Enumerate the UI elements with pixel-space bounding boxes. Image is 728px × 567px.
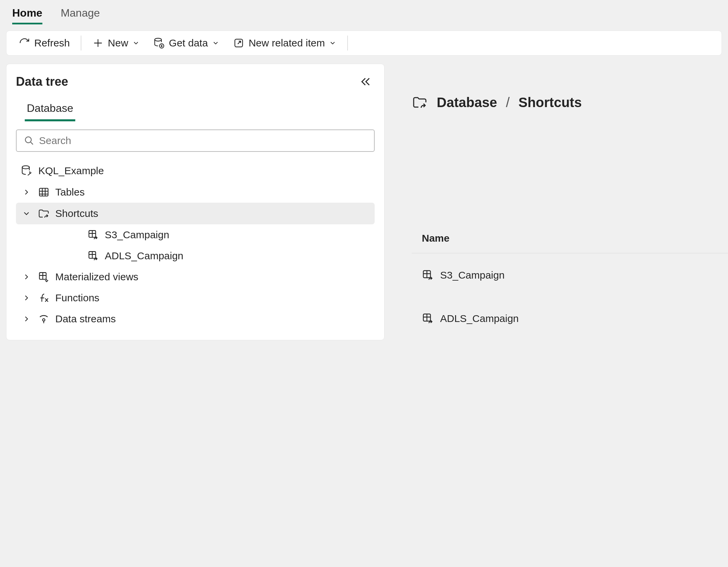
table-shortcut-icon — [87, 250, 99, 262]
nav-tab-manage[interactable]: Manage — [61, 7, 100, 23]
refresh-button[interactable]: Refresh — [16, 36, 73, 50]
refresh-icon — [19, 37, 30, 49]
tree-node-tables[interactable]: Tables — [16, 182, 375, 203]
nav-tab-home[interactable]: Home — [12, 7, 42, 24]
tree-node-label: Tables — [55, 186, 85, 198]
chevron-down-icon — [212, 39, 219, 47]
svg-rect-5 — [39, 188, 48, 196]
tree-node-label: Functions — [55, 292, 99, 304]
database-shortcut-icon — [21, 165, 33, 177]
table-shortcut-icon — [422, 269, 434, 281]
tree-leaf-label: S3_Campaign — [105, 229, 169, 241]
list-item-label: ADLS_Campaign — [440, 313, 519, 324]
list-item[interactable]: ADLS_Campaign — [412, 297, 728, 340]
tree-node-shortcuts[interactable]: Shortcuts — [16, 203, 375, 224]
new-button[interactable]: New — [90, 36, 142, 50]
svg-point-0 — [155, 38, 161, 41]
getdata-label: Get data — [169, 37, 208, 49]
tree-leaf-shortcut[interactable]: ADLS_Campaign — [16, 245, 375, 266]
folder-shortcut-icon — [38, 207, 50, 220]
collapse-panel-button[interactable] — [357, 73, 375, 90]
chevron-right-icon — [21, 293, 32, 302]
nav-tabs: Home Manage — [0, 0, 728, 24]
breadcrumb-item[interactable]: Database — [437, 95, 497, 110]
table-icon — [38, 186, 50, 198]
list-item[interactable]: S3_Campaign — [412, 254, 728, 297]
tree-root[interactable]: KQL_Example — [16, 160, 375, 182]
table-shortcut-icon — [87, 229, 99, 241]
tree-node-label: Shortcuts — [55, 208, 98, 219]
column-header-name[interactable]: Name — [412, 232, 728, 254]
svg-point-9 — [42, 319, 45, 321]
breadcrumb: Database / Shortcuts — [412, 94, 728, 110]
breadcrumb-item: Shortcuts — [518, 95, 582, 110]
folder-shortcut-icon — [412, 94, 428, 110]
newrelated-button[interactable]: New related item — [230, 36, 339, 50]
tree-leaf-shortcut[interactable]: S3_Campaign — [16, 224, 375, 245]
data-stream-icon — [38, 313, 50, 325]
chevron-double-left-icon — [359, 75, 373, 88]
chevron-right-icon — [21, 315, 32, 323]
tree: KQL_Example Tables — [16, 160, 375, 329]
content-pane: Database / Shortcuts Name S3_Campaign — [385, 64, 728, 340]
tree-node-datastreams[interactable]: Data streams — [16, 308, 375, 329]
svg-point-3 — [25, 137, 32, 143]
tree-node-matviews[interactable]: Materialized views — [16, 266, 375, 287]
data-tree-title: Data tree — [16, 75, 68, 89]
materialized-view-icon — [38, 271, 50, 283]
table-shortcut-icon — [422, 312, 434, 325]
chevron-down-icon — [329, 39, 336, 47]
tree-node-functions[interactable]: Functions — [16, 287, 375, 308]
toolbar: Refresh New — [6, 31, 722, 56]
newrelated-label: New related item — [249, 37, 325, 49]
toolbar-separator — [347, 36, 348, 50]
tree-node-label: Materialized views — [55, 271, 138, 283]
list-item-label: S3_Campaign — [440, 269, 505, 281]
plus-icon — [92, 37, 104, 49]
tab-database[interactable]: Database — [25, 98, 75, 121]
tree-node-label: Data streams — [55, 313, 116, 325]
chevron-down-icon — [132, 39, 140, 47]
search-box[interactable] — [16, 129, 375, 152]
new-label: New — [108, 37, 128, 49]
svg-point-4 — [22, 166, 29, 169]
function-icon — [38, 292, 50, 304]
tree-root-label: KQL_Example — [38, 165, 104, 177]
breadcrumb-separator: / — [506, 95, 510, 110]
getdata-button[interactable]: Get data — [151, 36, 222, 50]
tree-leaf-label: ADLS_Campaign — [105, 250, 183, 262]
data-tree-panel: Data tree Database — [6, 64, 385, 340]
chevron-right-icon — [21, 188, 32, 197]
toolbar-separator — [81, 36, 81, 50]
search-icon — [24, 136, 34, 146]
open-icon — [233, 37, 244, 49]
chevron-down-icon — [21, 209, 32, 218]
database-download-icon — [153, 37, 165, 49]
search-input[interactable] — [39, 135, 367, 146]
refresh-label: Refresh — [34, 37, 70, 49]
chevron-right-icon — [21, 272, 32, 281]
